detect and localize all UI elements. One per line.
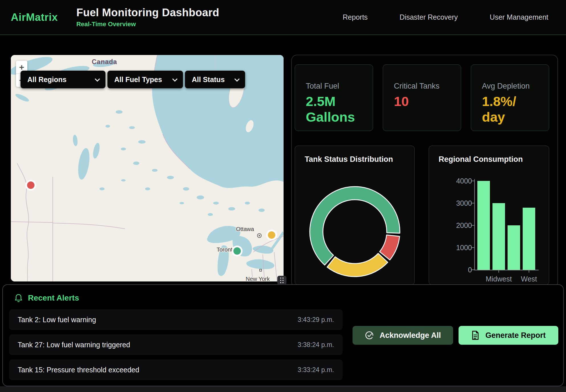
stat-card-total-fuel: Total Fuel 2.5M Gallons (295, 64, 373, 131)
region-filter-select[interactable]: All Regions (21, 71, 105, 88)
acknowledge-all-label: Acknowledge All (380, 331, 441, 340)
page-title-block: Fuel Monitoring Dashboard Real-Time Over… (76, 7, 219, 28)
main-nav: Reports Disaster Recovery User Managemen… (343, 13, 548, 21)
nav-user-management[interactable]: User Management (490, 13, 548, 21)
stat-label: Avg Depletion (482, 82, 549, 91)
resize-grip-icon[interactable] (277, 276, 286, 285)
bar-Midwest (492, 203, 505, 270)
page-subtitle: Real-Time Overview (76, 21, 219, 28)
alert-text: Tank 15: Pressure threshold exceeded (18, 366, 139, 374)
alert-timestamp: 3:38:24 p.m. (298, 341, 334, 349)
y-tick-label: 2000 (446, 222, 472, 229)
regional-consumption-bar-chart: 01000200030004000MidwestWest (475, 181, 538, 270)
alerts-header: Recent Alerts (14, 293, 79, 303)
document-icon (471, 330, 480, 340)
map-label-ottawa: Ottawa (236, 226, 254, 232)
map-marker-normal[interactable] (233, 246, 242, 256)
y-tick-label: 3000 (446, 200, 472, 207)
region-filter-value: All Regions (27, 75, 67, 84)
bottom-strip (0, 386, 566, 392)
donut-segment-warning (327, 253, 388, 277)
bar-West (523, 208, 535, 270)
alert-text: Tank 2: Low fuel warning (18, 316, 96, 324)
chevron-down-icon (234, 76, 239, 81)
stat-card-critical-tanks: Critical Tanks 10 (383, 64, 461, 131)
y-tick-mark (471, 247, 474, 248)
bell-icon (14, 293, 23, 303)
donut-segment-critical (380, 235, 400, 260)
map-label-canada: Canada (92, 58, 117, 66)
stat-label: Total Fuel (306, 82, 373, 91)
bar-series-2 (508, 225, 520, 270)
x-tick-label: West (509, 275, 549, 283)
status-filter-select[interactable]: All Status (185, 71, 245, 88)
alert-text: Tank 27: Low fuel warning triggered (18, 341, 130, 349)
generate-report-label: Generate Report (485, 331, 546, 340)
y-tick-mark (471, 225, 474, 226)
acknowledge-all-button[interactable]: Acknowledge All (353, 326, 453, 345)
stat-value-critical-tanks: 10 (394, 93, 454, 109)
x-tick-mark (529, 270, 529, 273)
tank-status-chart-card: Tank Status Distribution (295, 146, 415, 285)
recent-alerts-panel: Recent Alerts Tank 2: Low fuel warning 3… (2, 284, 564, 386)
donut-chart-title: Tank Status Distribution (305, 155, 414, 164)
alert-row: Tank 15: Pressure threshold exceeded 3:3… (9, 360, 343, 380)
map-label-newyork: New York (246, 276, 270, 281)
metrics-panel: Total Fuel 2.5M Gallons Critical Tanks 1… (291, 55, 558, 288)
y-tick-label: 4000 (446, 177, 472, 185)
fuel-type-filter-value: All Fuel Types (114, 75, 162, 84)
map-marker-critical[interactable] (26, 181, 35, 190)
stat-card-avg-depletion: Avg Depletion 1.8%/ day (471, 64, 549, 131)
map-canvas[interactable]: Canada Ottawa Toronto New York (11, 55, 284, 281)
chevron-down-icon (95, 76, 100, 81)
nav-reports[interactable]: Reports (343, 13, 368, 21)
alerts-heading: Recent Alerts (28, 293, 79, 303)
y-axis (474, 179, 475, 270)
page-title: Fuel Monitoring Dashboard (76, 7, 219, 19)
y-tick-mark (471, 181, 474, 181)
y-tick-mark (471, 270, 474, 270)
y-tick-mark (471, 203, 474, 203)
alert-row: Tank 2: Low fuel warning 3:43:29 p.m. (9, 309, 343, 330)
fuel-type-filter-select[interactable]: All Fuel Types (107, 71, 183, 88)
map-filter-bar: All Regions All Fuel Types All Status (21, 71, 245, 88)
map-marker-warning[interactable] (267, 230, 276, 240)
x-tick-mark (498, 270, 499, 273)
fuel-map[interactable]: Canada Ottawa Toronto New York + − All R… (11, 55, 284, 281)
stat-label: Critical Tanks (394, 82, 461, 91)
check-circle-icon (365, 331, 374, 340)
app-header: AirMatrix Fuel Monitoring Dashboard Real… (0, 0, 566, 35)
alert-timestamp: 3:43:29 p.m. (298, 316, 334, 324)
bar-series-0 (477, 181, 490, 270)
tank-status-donut-chart (308, 185, 402, 279)
stat-cards-row: Total Fuel 2.5M Gallons Critical Tanks 1… (295, 64, 549, 131)
stat-value-total-fuel: 2.5M Gallons (306, 93, 366, 125)
generate-report-button[interactable]: Generate Report (459, 326, 558, 345)
stat-value-avg-depletion: 1.8%/ day (482, 93, 542, 125)
y-tick-label: 1000 (446, 244, 472, 251)
status-filter-value: All Status (192, 75, 225, 84)
dashboard-root: AirMatrix Fuel Monitoring Dashboard Real… (0, 0, 566, 392)
brand-logo: AirMatrix (11, 11, 58, 23)
y-tick-label: 0 (446, 266, 472, 273)
nav-disaster-recovery[interactable]: Disaster Recovery (400, 13, 458, 21)
chevron-down-icon (172, 76, 177, 81)
alert-row: Tank 27: Low fuel warning triggered 3:38… (9, 334, 343, 355)
regional-consumption-chart-card: Regional Consumption 01000200030004000Mi… (429, 146, 549, 285)
bar-chart-title: Regional Consumption (439, 155, 549, 164)
alert-timestamp: 3:33:24 p.m. (298, 366, 334, 374)
map-graphic: Canada Ottawa Toronto New York (11, 55, 284, 281)
